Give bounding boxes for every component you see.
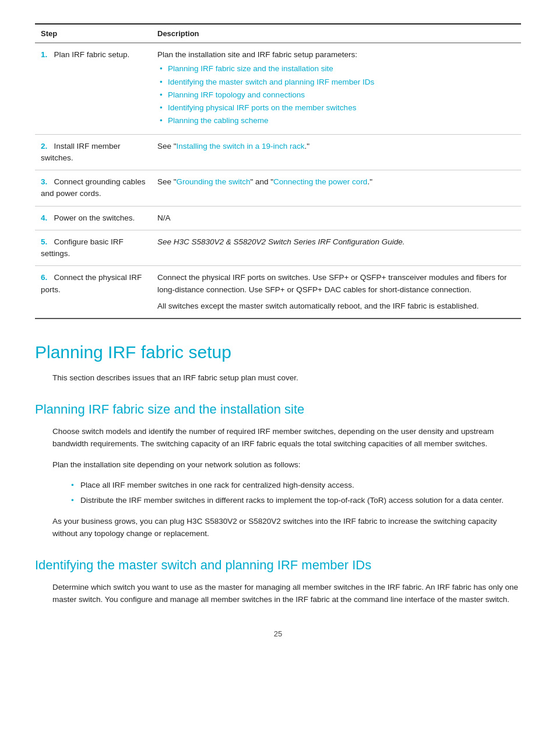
planning-size-body2: Plan the installation site depending on … [52, 459, 521, 471]
step-6-description: Connect the physical IRF ports on switch… [152, 266, 521, 318]
table-row: 4. Power on the switches. N/A [35, 206, 521, 230]
step-5-text: Configure basic IRF settings. [41, 237, 124, 258]
step-1-label: 1. Plan IRF fabric setup. [35, 43, 152, 135]
step-3-link2[interactable]: Connecting the power cord [273, 177, 367, 186]
step-4-desc: N/A [157, 214, 171, 222]
step-6-text: Connect the physical IRF ports. [41, 273, 142, 293]
table-row: 6. Connect the physical IRF ports. Conne… [35, 266, 521, 318]
planning-size-body1: Choose switch models and identify the nu… [52, 425, 521, 450]
step-3-number: 3. [41, 177, 47, 186]
step-1-intro: Plan the installation site and IRF fabri… [157, 50, 357, 59]
step-4-label: 4. Power on the switches. [35, 206, 152, 230]
bullet-3-link[interactable]: Planning IRF topology and connections [168, 90, 305, 99]
step-4-text: Power on the switches. [54, 214, 135, 222]
step-2-number: 2. [41, 142, 47, 150]
planning-size-heading: Planning IRF fabric size and the install… [35, 402, 521, 417]
step-3-label: 3. Connect grounding cables and power co… [35, 170, 152, 206]
step-5-number: 5. [41, 237, 47, 246]
list-item: Identifying the master switch and planni… [157, 76, 515, 88]
step-4-description: N/A [152, 206, 521, 230]
step-2-description: See "Installing the switch in a 19-inch … [152, 134, 521, 170]
step-1-text: Plan IRF fabric setup. [54, 50, 130, 59]
step-5-desc: See H3C S5830V2 & S5820V2 Switch Series … [157, 237, 405, 246]
list-item: Planning the cabling scheme [157, 115, 515, 127]
table-row: 2. Install IRF member switches. See "Ins… [35, 134, 521, 170]
step-2-link[interactable]: Installing the switch in a 19-inch rack [177, 142, 305, 150]
step-1-description: Plan the installation site and IRF fabri… [152, 43, 521, 135]
identifying-master-body1: Determine which switch you want to use a… [52, 581, 521, 606]
step-3-description: See "Grounding the switch" and "Connecti… [152, 170, 521, 206]
list-item: Distribute the IRF member switches in di… [70, 494, 521, 507]
list-item: Planning IRF topology and connections [157, 89, 515, 101]
table-row: 3. Connect grounding cables and power co… [35, 170, 521, 206]
list-item: Place all IRF member switches in one rac… [70, 479, 521, 492]
size-bullet-1: Place all IRF member switches in one rac… [80, 481, 354, 489]
planning-irf-intro: This section describes issues that an IR… [35, 372, 521, 384]
step-2-label: 2. Install IRF member switches. [35, 134, 152, 170]
bullet-2-link[interactable]: Identifying the master switch and planni… [168, 78, 374, 86]
step-5-label: 5. Configure basic IRF settings. [35, 230, 152, 266]
setup-steps-table: Step Description 1. Plan IRF fabric setu… [35, 23, 521, 319]
identifying-master-heading: Identifying the master switch and planni… [35, 558, 521, 573]
planning-size-body3: As your business grows, you can plug H3C… [52, 515, 521, 540]
step-6-desc1: Connect the physical IRF ports on switch… [157, 272, 515, 296]
planning-irf-heading: Planning IRF fabric setup [35, 342, 521, 362]
step-3-link1[interactable]: Grounding the switch [177, 177, 251, 186]
bullet-4-link[interactable]: Identifying physical IRF ports on the me… [168, 103, 356, 112]
size-bullet-2: Distribute the IRF member switches in di… [80, 496, 504, 505]
step-5-description: See H3C S5830V2 & S5820V2 Switch Series … [152, 230, 521, 266]
page-number: 25 [35, 629, 521, 638]
step-6-desc2: All switches except the master switch au… [157, 300, 515, 312]
table-header-step: Step [35, 24, 152, 43]
planning-size-bullets: Place all IRF member switches in one rac… [70, 479, 521, 506]
step-3-text: Connect grounding cables and power cords… [41, 177, 145, 198]
step-6-label: 6. Connect the physical IRF ports. [35, 266, 152, 318]
list-item: Identifying physical IRF ports on the me… [157, 102, 515, 114]
list-item: Planning IRF fabric size and the install… [157, 63, 515, 75]
bullet-1-link[interactable]: Planning IRF fabric size and the install… [168, 64, 333, 73]
table-row: 5. Configure basic IRF settings. See H3C… [35, 230, 521, 266]
step-1-number: 1. [41, 50, 47, 59]
step-1-bullets: Planning IRF fabric size and the install… [157, 63, 515, 127]
table-header-description: Description [152, 24, 521, 43]
table-row: 1. Plan IRF fabric setup. Plan the insta… [35, 43, 521, 135]
step-6-number: 6. [41, 273, 47, 282]
step-4-number: 4. [41, 214, 47, 222]
step-2-text: Install IRF member switches. [41, 142, 121, 162]
bullet-5-link[interactable]: Planning the cabling scheme [168, 116, 269, 125]
